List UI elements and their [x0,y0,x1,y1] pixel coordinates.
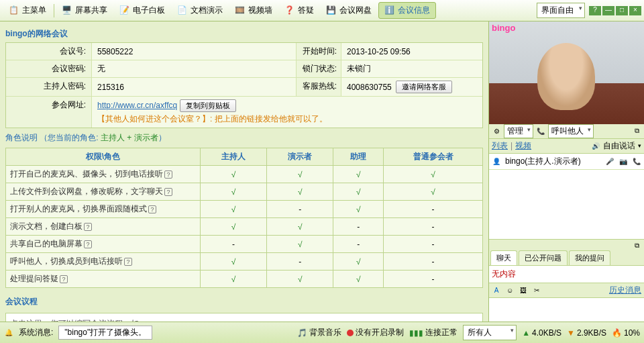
role-description: 角色说明 （您当前的角色: 主持人 + 演示者） [5,128,483,148]
participant-list: 👤 bingo(主持人.演示者) 🎤 📷 📞 [489,154,644,240]
copy-url-button[interactable]: 复制到剪贴板 [180,99,236,112]
chat-tab-public[interactable]: 已公开问题 [519,250,568,265]
perm-cell: - [333,218,384,236]
qa-icon: ❓ [284,5,295,16]
chat-tabs: 聊天 已公开问题 我的提问 [489,251,644,266]
perm-cell: - [384,253,483,271]
music-icon: 🎵 [297,328,307,338]
perm-cell: √ [201,166,267,183]
close-button[interactable]: × [629,6,641,15]
label-meeting-id: 会议号: [6,43,92,60]
perm-cell: √ [333,183,384,201]
emoji-icon[interactable]: ☺ [505,286,515,295]
perm-cell: - [384,236,483,253]
record-icon [347,330,354,336]
manage-dropdown[interactable]: 管理 [504,124,533,138]
chat-history-link[interactable]: 历史消息 [609,285,641,296]
bgm-status[interactable]: 🎵背景音乐 [297,327,341,338]
layout-dropdown[interactable]: 界面自由 [537,3,585,18]
help-icon[interactable]: ? [124,258,132,266]
perm-row: 处理提问答疑?√√√- [6,271,483,288]
help-icon[interactable]: ? [84,223,92,231]
menu-main[interactable]: 📋主菜单 [3,3,52,18]
help-icon[interactable]: ? [164,170,172,179]
menu-meetinginfo[interactable]: ℹ️会议信息 [378,2,436,19]
board-icon: 📝 [119,5,130,16]
meeting-url-link[interactable]: http://www.cr.cn/axffcq [97,101,177,110]
sys-icon: 🔔 [4,328,13,338]
minimize-button[interactable]: — [602,6,614,15]
perm-name: 处理提问答疑? [6,271,201,288]
perm-cell: - [333,236,384,253]
capture-icon[interactable]: ✂ [532,286,541,295]
permissions-table: 权限\角色主持人演示者助理普通参会者 打开自己的麦克风、摄像头，切到电话接听?√… [5,148,483,288]
call-icon[interactable]: 📞 [632,156,641,166]
perm-cell: √ [333,201,384,218]
phone-icon: 📞 [536,126,545,136]
doc-icon: 📄 [177,5,188,16]
cam-icon[interactable]: 📷 [619,156,628,166]
value-meeting-id: 55805222 [92,43,296,60]
label-hostpwd: 主持人密码: [6,78,92,96]
participant-row[interactable]: 👤 bingo(主持人.演示者) 🎤 📷 📞 [489,154,644,170]
perm-header: 普通参会者 [384,148,483,166]
tab-video[interactable]: 视频 [515,140,531,152]
chat-messages: 无内容 [489,266,644,283]
perm-cell: - [384,218,483,236]
chat-target-dropdown[interactable]: 所有人 [463,325,517,340]
url-note: 【其他人如何进这个会议室？】: 把上面的链接发给他就可以了。 [97,113,327,125]
maximize-button[interactable]: □ [616,6,628,15]
tab-list[interactable]: 列表 [492,140,508,152]
user-icon: 👤 [492,156,501,166]
perm-cell: √ [384,183,483,201]
perm-row: 打开别人的麦克风，切换界面跟随模式?√-√- [6,201,483,218]
help-icon[interactable]: ? [84,240,92,248]
perm-row: 上传文件到会议网盘，修改昵称，文字聊天?√√√√ [6,183,483,201]
invite-service-button[interactable]: 邀请网络客服 [396,81,452,93]
image-icon[interactable]: 🖼 [519,286,528,295]
perm-cell: - [384,201,483,218]
status-bar: 🔔 系统消息: "bingo"打开了摄像头。 🎵背景音乐 没有开启录制 ▮▮▮连… [0,322,644,343]
perm-name: 演示文档，创建白板? [6,218,201,236]
help-icon[interactable]: ? [164,188,172,196]
chat-popout-icon[interactable]: ⧉ [632,241,641,250]
sys-message: "bingo"打开了摄像头。 [58,326,152,340]
font-icon[interactable]: A [492,286,501,295]
perm-header: 演示者 [267,148,333,166]
agenda-editor[interactable]: 点击这里，您可以编写会议议程，如:1. 09:00-10:00 xxx2. 10… [5,313,483,322]
screen-icon: 🖥️ [62,5,72,16]
freetalk-label: 自由说话 [603,140,635,152]
help-icon[interactable]: ? [60,275,68,283]
perm-cell: - [267,253,333,271]
menu-netdisk[interactable]: 💾会议网盘 [321,3,377,18]
perm-cell: √ [267,183,333,201]
main-toolbar: 📋主菜单 🖥️屏幕共享 📝电子白板 📄文档演示 🎞️视频墙 ❓答疑 💾会议网盘 … [0,0,644,21]
value-start: 2013-10-25 09:56 [341,43,482,60]
menu-screenshare[interactable]: 🖥️屏幕共享 [56,3,113,18]
label-url: 参会网址: [6,97,92,128]
mic-icon[interactable]: 🎤 [605,156,614,166]
signal-icon: ▮▮▮ [409,328,423,338]
cpu-usage: 🔥10% [612,328,640,338]
video-username: bingo [492,23,515,33]
upload-speed: ▲4.0KB/S [522,328,561,338]
perm-header: 权限\角色 [6,148,201,166]
menu-docpresent[interactable]: 📄文档演示 [172,3,228,18]
label-lock: 锁门状态: [296,60,341,77]
menu-whiteboard[interactable]: 📝电子白板 [114,3,170,18]
perm-cell: √ [267,271,333,288]
help-button[interactable]: ? [589,6,601,15]
chat-tab-mine[interactable]: 我的提问 [569,250,610,265]
chat-tab-chat[interactable]: 聊天 [490,250,517,265]
perm-cell: √ [267,218,333,236]
help-icon[interactable]: ? [148,205,156,213]
perm-cell: √ [333,166,384,183]
popout-icon[interactable]: ⧉ [632,126,641,136]
call-dropdown[interactable]: 呼叫他人 [548,124,594,138]
menu-qa[interactable]: ❓答疑 [279,3,319,18]
record-status[interactable]: 没有开启录制 [347,327,404,338]
perm-cell: √ [333,253,384,271]
disk-icon: 💾 [326,5,337,16]
menu-videowall[interactable]: 🎞️视频墙 [229,3,278,18]
chat-input[interactable] [489,297,644,322]
